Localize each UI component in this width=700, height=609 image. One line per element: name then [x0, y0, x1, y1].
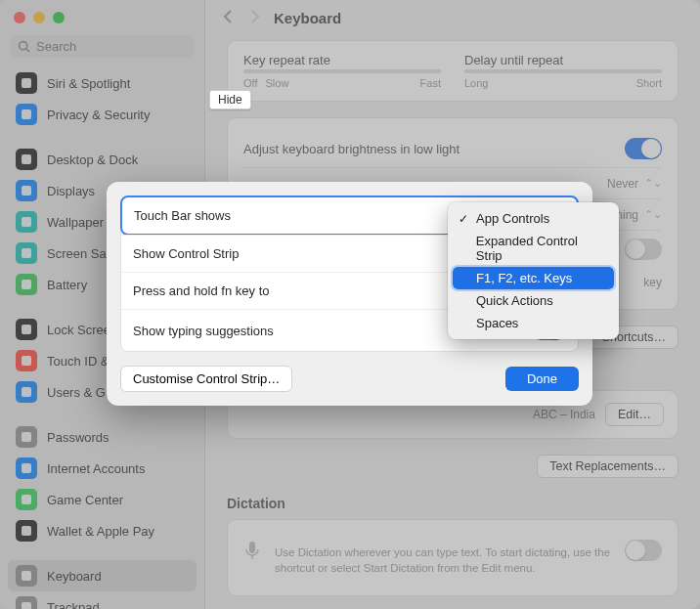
key-repeat-slider[interactable]	[243, 69, 441, 73]
svg-rect-6	[22, 217, 31, 227]
svg-line-1	[26, 49, 29, 52]
close-window-button[interactable]	[14, 12, 25, 23]
sidebar-item-keyboard[interactable]: Keyboard	[8, 560, 197, 591]
back-button[interactable]	[223, 10, 235, 26]
window-controls	[0, 0, 204, 29]
sidebar-item-label: Displays	[47, 184, 95, 198]
svg-rect-8	[22, 280, 31, 289]
dictation-note: Use Dictation wherever you can type text…	[275, 545, 625, 576]
sidebar-item-label: Passwords	[47, 430, 109, 445]
svg-rect-12	[22, 432, 31, 442]
sidebar-item-label: Internet Accounts	[47, 461, 145, 476]
wallet-icon	[16, 520, 37, 542]
hand-icon	[16, 104, 37, 125]
chevron-updown-icon: ⌃⌄	[644, 208, 662, 221]
titlebar: Keyboard	[205, 0, 700, 40]
sidebar-item-trackpad[interactable]: Trackpad	[8, 591, 197, 609]
at-icon	[16, 457, 37, 479]
svg-point-0	[20, 42, 27, 50]
delay-slider[interactable]	[464, 69, 662, 73]
sidebar-item-siri-spotlight[interactable]: Siri & Spotlight	[8, 67, 197, 99]
input-source-value: ABC – India	[533, 408, 595, 421]
keyboard-icon	[16, 565, 37, 587]
menu-item-f1-f2-etc-keys[interactable]: F1, F2, etc. Keys	[453, 267, 614, 289]
globe-toggle[interactable]	[625, 239, 662, 260]
zoom-window-button[interactable]	[53, 12, 65, 23]
sidebar-item-label: Wallpaper	[47, 215, 104, 230]
sidebar-item-label: Game Center	[47, 493, 123, 507]
svg-rect-13	[22, 463, 31, 473]
hide-tooltip: Hide	[209, 90, 251, 109]
dictation-header: Dictation	[227, 496, 678, 511]
svg-rect-9	[22, 325, 31, 334]
svg-rect-5	[22, 186, 31, 196]
menu-item-label: Spaces	[476, 316, 518, 330]
users-icon	[16, 381, 37, 403]
menu-item-label: Quick Actions	[476, 293, 553, 308]
sidebar-item-wallet-apple-pay[interactable]: Wallet & Apple Pay	[8, 515, 197, 546]
dock-icon	[16, 149, 37, 170]
lock-icon	[16, 319, 37, 340]
check-icon: ✓	[457, 212, 470, 226]
sidebar-item-label: Keyboard	[47, 569, 102, 584]
sidebar-item-desktop-dock[interactable]: Desktop & Dock	[8, 144, 197, 175]
fingerprint-icon	[16, 350, 37, 371]
svg-rect-19	[249, 542, 255, 553]
screensaver-icon	[16, 242, 37, 264]
sidebar-item-passwords[interactable]: Passwords	[8, 421, 197, 453]
sidebar-item-label: Siri & Spotlight	[47, 76, 130, 91]
search-icon	[18, 40, 30, 53]
sidebar-item-label: Trackpad	[47, 600, 100, 610]
mic-icon	[243, 540, 265, 564]
sidebar-item-label: Desktop & Dock	[47, 152, 138, 167]
display-icon	[16, 180, 37, 201]
svg-rect-11	[22, 387, 31, 397]
menu-item-label: F1, F2, etc. Keys	[476, 271, 572, 285]
brightness-label: Adjust keyboard brightness in low light	[243, 142, 625, 156]
sidebar-item-game-center[interactable]: Game Center	[8, 484, 197, 515]
forward-button[interactable]	[248, 10, 260, 26]
wallpaper-icon	[16, 211, 37, 233]
svg-rect-4	[22, 154, 31, 164]
game-icon	[16, 489, 37, 510]
edit-input-button[interactable]: Edit…	[605, 403, 664, 426]
turnoff-value[interactable]: Never	[607, 177, 638, 191]
menu-item-label: Expanded Control Strip	[476, 234, 606, 263]
dictation-toggle[interactable]	[625, 540, 662, 561]
touch-bar-shows-menu: ✓App ControlsExpanded Control StripF1, F…	[448, 202, 619, 339]
sidebar-item-label: Wallet & Apple Pay	[47, 524, 154, 539]
brightness-toggle[interactable]	[625, 138, 662, 159]
key-icon	[16, 426, 37, 448]
svg-rect-16	[22, 571, 31, 581]
battery-icon	[16, 274, 37, 295]
text-replacements-button[interactable]: Text Replacements…	[537, 455, 678, 478]
svg-rect-15	[22, 526, 31, 536]
key-repeat-label: Key repeat rate	[243, 53, 441, 67]
menu-item-expanded-control-strip[interactable]: Expanded Control Strip	[453, 230, 614, 267]
menu-item-quick-actions[interactable]: Quick Actions	[453, 289, 614, 312]
sidebar-item-label: Privacy & Security	[47, 108, 150, 122]
minimize-window-button[interactable]	[33, 12, 45, 23]
svg-rect-14	[22, 495, 31, 504]
panel-repeat: Key repeat rate OffSlowFast Delay until …	[227, 40, 678, 102]
menu-item-app-controls[interactable]: ✓App Controls	[453, 207, 614, 230]
svg-rect-10	[22, 356, 31, 366]
svg-rect-17	[22, 602, 31, 609]
done-button[interactable]: Done	[505, 367, 579, 391]
svg-rect-2	[22, 78, 31, 88]
menu-item-spaces[interactable]: Spaces	[453, 312, 614, 334]
page-title: Keyboard	[274, 10, 341, 26]
svg-rect-3	[22, 109, 31, 119]
trackpad-icon	[16, 596, 37, 609]
svg-rect-7	[22, 248, 31, 258]
customise-control-strip-button[interactable]: Customise Control Strip…	[120, 366, 292, 392]
search-input[interactable]	[36, 39, 200, 54]
menu-item-label: App Controls	[476, 211, 549, 226]
sidebar-item-label: Battery	[47, 278, 87, 292]
siri-icon	[16, 72, 37, 94]
sidebar-item-privacy-security[interactable]: Privacy & Security	[8, 99, 197, 130]
search-field[interactable]	[10, 35, 195, 58]
delay-label: Delay until repeat	[464, 53, 662, 67]
chevron-updown-icon: ⌃⌄	[644, 177, 662, 190]
sidebar-item-internet-accounts[interactable]: Internet Accounts	[8, 453, 197, 484]
